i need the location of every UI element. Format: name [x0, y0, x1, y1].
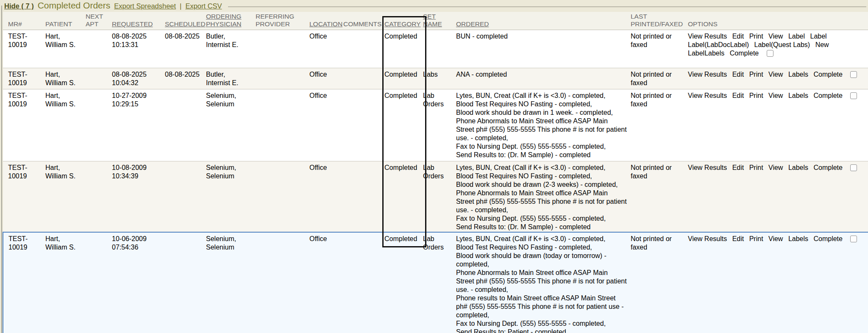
cell-ordered: Lytes, BUN, Creat (Call if K+ is <3.0) -…: [456, 161, 631, 232]
ordered-item: Phone Abnormals to Main Street office AS…: [456, 189, 627, 214]
option-link-edit[interactable]: Edit: [732, 71, 744, 78]
option-link-view-results[interactable]: View Results: [688, 33, 727, 40]
ordered-item: Blood Test Requires NO Fasting - complet…: [456, 172, 627, 180]
ordered-item: Phone results to Main Street office ASAP…: [456, 294, 627, 319]
table-row[interactable]: TEST-10019Hart, William S.08-08-2025 10:…: [3, 30, 868, 68]
option-link-label-quest-labs[interactable]: Label(Quest Labs): [754, 41, 810, 48]
option-link-view-results[interactable]: View Results: [688, 71, 727, 78]
cell-scheduled: [165, 89, 206, 161]
col-header-scheduled[interactable]: SCHEDULED: [165, 12, 206, 30]
hide-toggle-link[interactable]: Hide ( 7 ): [4, 2, 34, 10]
cell-ordering-physician: Butler, Internist E.: [206, 68, 256, 89]
col-header-location[interactable]: LOCATION: [309, 12, 343, 30]
col-header-ordered[interactable]: ORDERED: [456, 12, 631, 30]
ordered-item: Fax to Nursing Dept. (555) 555-5555 - co…: [456, 319, 627, 328]
cell-ordering-physician: Selenium, Selenium: [206, 232, 256, 333]
option-link-view[interactable]: View: [768, 235, 783, 242]
option-link-label[interactable]: Label: [810, 33, 826, 40]
cell-patient: Hart, William S.: [45, 161, 86, 232]
table-row[interactable]: TEST-10019Hart, William S.10-27-2009 10:…: [3, 89, 868, 161]
cell-patient: Hart, William S.: [45, 232, 86, 333]
option-link-complete[interactable]: Complete: [813, 92, 842, 99]
cell-scheduled: 08-08-2025: [165, 30, 206, 68]
cell-category: Completed: [384, 89, 423, 161]
cell-options: View Results Edit Print View Labels Comp…: [688, 232, 868, 333]
row-complete-checkbox[interactable]: [850, 71, 857, 78]
cell-ordering-physician: Selenium, Selenium: [206, 89, 256, 161]
cell-ordered: BUN - completed: [456, 30, 631, 68]
cell-location: Office: [309, 30, 343, 68]
col-header-ordering-physician[interactable]: ORDERING PHYSICIAN: [206, 12, 256, 30]
option-link-view[interactable]: View: [768, 92, 783, 99]
option-link-edit[interactable]: Edit: [732, 33, 744, 40]
option-link-edit[interactable]: Edit: [732, 92, 744, 99]
cell-mr: TEST-10019: [3, 89, 45, 161]
ordered-item: Blood Test Requires NO Fasting - complet…: [456, 100, 627, 108]
col-header-category[interactable]: CATEGORY: [384, 12, 423, 30]
cell-options: View Results Edit Print View Labels Comp…: [688, 161, 868, 232]
col-header-last-printed-faxed: LAST PRINTED/FAXED: [631, 12, 688, 30]
ordered-item: Blood Test Requires NO Fasting - complet…: [456, 243, 627, 252]
cell-referring-provider: [256, 232, 309, 333]
option-link-complete[interactable]: Complete: [813, 71, 842, 78]
cell-comments: [343, 30, 384, 68]
option-link-print[interactable]: Print: [749, 71, 763, 78]
option-link-complete[interactable]: Complete: [813, 164, 842, 171]
table-row[interactable]: TEST-10019Hart, William S.10-06-2009 07:…: [3, 232, 868, 333]
row-complete-checkbox[interactable]: [767, 50, 773, 57]
option-link-labels[interactable]: Labels: [788, 164, 808, 171]
option-link-labels[interactable]: Labels: [788, 235, 808, 242]
option-link-view[interactable]: View: [768, 71, 783, 78]
panel-legend: Hide ( 7 ) Completed Orders Export Sprea…: [4, 0, 866, 11]
cell-category: Completed: [384, 30, 423, 68]
export-spreadsheet-link[interactable]: Export Spreadsheet: [114, 2, 176, 10]
ordered-item: Blood work should be drawn in 1 week. - …: [456, 108, 627, 117]
cell-ordered: Lytes, BUN, Creat (Call if K+ is <3.0) -…: [456, 89, 631, 161]
option-link-view-results[interactable]: View Results: [688, 92, 727, 99]
option-link-complete[interactable]: Complete: [730, 50, 759, 57]
option-link-print[interactable]: Print: [749, 235, 763, 242]
cell-comments: [343, 89, 384, 161]
row-complete-checkbox[interactable]: [850, 236, 857, 242]
col-header-set-name[interactable]: SET NAME: [423, 12, 456, 30]
cell-category: Completed: [384, 232, 423, 333]
cell-last-printed-faxed: Not printed or faxed: [631, 68, 688, 89]
cell-location: Office: [309, 68, 343, 89]
link-separator: |: [180, 2, 181, 10]
export-csv-link[interactable]: Export CSV: [185, 2, 222, 10]
ordered-item: Fax to Nursing Dept. (555) 555-5555 - co…: [456, 142, 627, 151]
cell-requested: 10-08-2009 10:34:39: [112, 161, 165, 232]
table-row[interactable]: TEST-10019Hart, William S.10-08-2009 10:…: [3, 161, 868, 232]
col-header-options: OPTIONS: [688, 12, 868, 30]
ordered-item: Send Results to: Patient - completed: [456, 328, 627, 333]
option-link-view[interactable]: View: [768, 33, 783, 40]
option-link-label-labdoclabel[interactable]: Label(LabDocLabel): [688, 41, 749, 48]
cell-set-name: [423, 30, 456, 68]
ordered-item: Fax to Nursing Dept. (555) 555-5555 - co…: [456, 214, 627, 223]
option-link-view-results[interactable]: View Results: [688, 235, 727, 242]
cell-last-printed-faxed: Not printed or faxed: [631, 232, 688, 333]
row-complete-checkbox[interactable]: [850, 164, 857, 171]
option-link-label[interactable]: Label: [788, 33, 805, 40]
option-link-print[interactable]: Print: [749, 92, 763, 99]
option-link-print[interactable]: Print: [749, 164, 763, 171]
option-link-edit[interactable]: Edit: [732, 235, 744, 242]
option-link-print[interactable]: Print: [749, 33, 763, 40]
cell-patient: Hart, William S.: [45, 68, 86, 89]
option-link-complete[interactable]: Complete: [813, 235, 842, 242]
cell-category: Completed: [384, 161, 423, 232]
cell-mr: TEST-10019: [3, 68, 45, 89]
cell-requested: 10-06-2009 07:54:36: [112, 232, 165, 333]
option-link-labels[interactable]: Labels: [788, 92, 808, 99]
cell-ordering-physician: Butler, Internist E.: [206, 30, 256, 68]
cell-referring-provider: [256, 161, 309, 232]
cell-location: Office: [309, 232, 343, 333]
col-header-requested[interactable]: REQUESTED: [112, 12, 165, 30]
table-row[interactable]: TEST-10019Hart, William S.08-08-2025 10:…: [3, 68, 868, 89]
option-link-view-results[interactable]: View Results: [688, 164, 727, 171]
option-link-labels[interactable]: Labels: [788, 71, 808, 78]
row-complete-checkbox[interactable]: [850, 92, 857, 99]
cell-scheduled: [165, 161, 206, 232]
option-link-edit[interactable]: Edit: [732, 164, 744, 171]
option-link-view[interactable]: View: [768, 164, 783, 171]
